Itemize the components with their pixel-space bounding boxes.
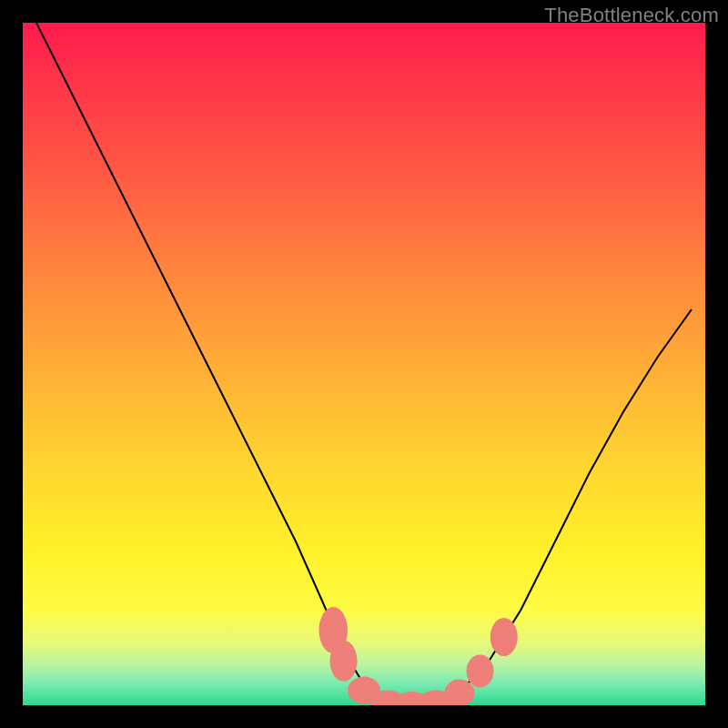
chart-container: TheBottleneck.com xyxy=(0,0,728,728)
curve-marker xyxy=(330,641,358,682)
chart-svg xyxy=(23,23,705,705)
plot-area xyxy=(23,23,705,705)
curve-marker xyxy=(490,618,518,656)
curve-path xyxy=(36,23,692,705)
watermark-text: TheBottleneck.com xyxy=(544,4,719,27)
curve-marker xyxy=(467,655,494,688)
curve-marker xyxy=(445,680,475,706)
bottleneck-curve xyxy=(36,23,692,705)
curve-markers xyxy=(319,607,518,705)
